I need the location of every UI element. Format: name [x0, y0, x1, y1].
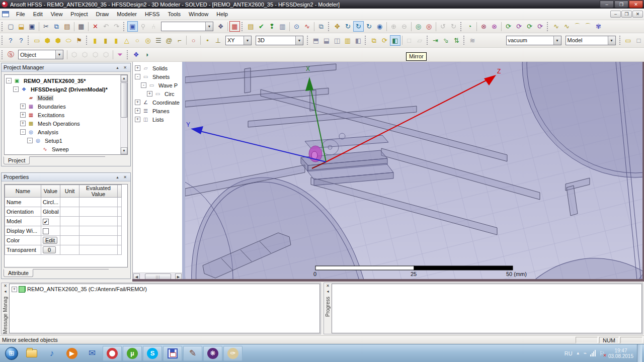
toolbar-grip[interactable] [242, 22, 244, 31]
checkbox-checked-icon[interactable]: ✔ [43, 219, 49, 225]
expand-icon[interactable]: + [20, 104, 26, 109]
boolean-blue-icon[interactable]: ❖ [131, 49, 141, 60]
child-restore-button[interactable]: ❐ [621, 11, 632, 18]
dropdown-arrow-icon[interactable]: ▼ [244, 36, 251, 45]
orient-icon[interactable]: ◉ [374, 21, 385, 32]
report-plot-icon[interactable]: ∿ [302, 21, 312, 32]
menu-window[interactable]: Window [185, 10, 212, 19]
start-button[interactable]: ⊞ [2, 346, 21, 361]
menu-edit[interactable]: Edit [29, 10, 47, 19]
open-icon[interactable]: ⬓ [16, 21, 27, 32]
explorer-icon[interactable] [22, 346, 41, 361]
total-commander-icon[interactable] [163, 346, 182, 361]
message-entry[interactable]: + REMO_ANTEX2600_35 (C:/Antenn/Fail/REMO… [12, 285, 317, 293]
tree-item-planes[interactable]: +☰Planes [135, 107, 182, 115]
utorrent-icon[interactable]: µ [123, 346, 142, 361]
opera-browser-icon[interactable] [103, 346, 122, 361]
tree-item-model[interactable]: +▰Model [6, 94, 127, 102]
material-combo[interactable]: vacuum▼ [506, 36, 561, 45]
expand-icon[interactable]: + [20, 121, 26, 126]
expand-icon[interactable]: + [12, 287, 17, 292]
toolbar-grip[interactable] [307, 36, 309, 45]
move-icon[interactable]: ⧉ [369, 35, 379, 46]
signature-app-icon[interactable]: ✎ [183, 346, 202, 361]
minimize-button[interactable]: – [600, 1, 614, 8]
tree-item-sheets[interactable]: -▭Sheets [135, 72, 182, 81]
align-icon[interactable]: ⇅ [451, 35, 462, 46]
draw-stack-icon[interactable]: ☰ [153, 35, 164, 46]
zoom-in-icon[interactable]: ⊕ [388, 21, 399, 32]
tree-item-circ[interactable]: +▭Circ [135, 89, 182, 98]
redo-icon[interactable]: ↷ [111, 21, 122, 32]
zoom-out-icon[interactable]: ⊖ [399, 21, 410, 32]
skype-icon[interactable]: S [143, 346, 162, 361]
toolbar-grip[interactable] [127, 50, 129, 59]
property-value[interactable]: Edit [41, 236, 60, 245]
expand-icon[interactable]: + [135, 117, 140, 122]
draw-ellipse-icon[interactable]: ⬭ [63, 35, 74, 46]
delete-icon[interactable]: ✕ [90, 21, 101, 32]
ansys-orb-icon[interactable]: ❋ [203, 346, 222, 361]
snap-mode-icon[interactable]: Ⓢ [6, 49, 16, 60]
expand-icon[interactable]: + [147, 91, 152, 97]
draw-box-icon[interactable]: ▮ [111, 35, 121, 46]
draw-polyline-icon[interactable]: ⚑ [74, 35, 85, 46]
menu-hfss[interactable]: HFSS [141, 10, 164, 19]
value-button[interactable]: Edit [43, 237, 57, 244]
draw-udp-icon[interactable]: ○ [188, 35, 199, 46]
help-context-icon[interactable]: ? [5, 35, 16, 46]
toolbar-grip[interactable] [365, 36, 367, 45]
duplicate-rotate-icon[interactable]: ⟳ [379, 35, 390, 46]
tree-item-solids[interactable]: +▱Solids [135, 64, 182, 72]
plane-combo[interactable]: XY▼ [225, 36, 252, 45]
language-indicator[interactable]: RU [565, 350, 573, 356]
split-icon[interactable]: ◧ [353, 35, 363, 46]
tree-item-mesh-operations[interactable]: +▩Mesh Operations [6, 119, 127, 128]
menu-help[interactable]: Help [212, 10, 232, 19]
mirror-duplicate-icon[interactable]: ◑ [141, 49, 152, 60]
select-type-combo[interactable]: Object▼ [18, 50, 63, 59]
property-value[interactable] [41, 226, 60, 236]
column-header[interactable]: Name [5, 185, 41, 198]
select-face-icon[interactable]: ⚲ [138, 21, 148, 32]
move-xy-icon[interactable]: ⬂ [441, 35, 451, 46]
expand-icon[interactable]: + [135, 65, 140, 71]
model-combo[interactable]: Model▼ [566, 36, 616, 45]
intersect-icon[interactable]: ◫ [332, 35, 342, 46]
toolbar-grip[interactable] [28, 36, 30, 45]
expand-icon[interactable]: - [13, 86, 19, 92]
tray-expand-icon[interactable]: ▲ [576, 351, 580, 355]
arc-center-icon[interactable]: ∿ [561, 21, 572, 32]
child-minimize-button[interactable]: – [610, 11, 621, 18]
close-button[interactable]: ✕ [629, 1, 643, 8]
copy-image-icon[interactable]: ⧉ [316, 21, 327, 32]
panel-collapse-icon[interactable]: ▴ [114, 174, 121, 180]
save-icon[interactable]: ▣ [27, 21, 37, 32]
draw-sphere-icon[interactable]: ○ [132, 35, 142, 46]
object-plus-icon[interactable]: □ [633, 35, 644, 46]
toolbar-grip[interactable] [463, 36, 465, 45]
edit-points-icon[interactable]: ✾ [593, 21, 604, 32]
new-object-icon[interactable]: ▭ [623, 35, 633, 46]
menu-project[interactable]: Project [66, 10, 92, 19]
dropdown-arrow-icon[interactable]: ▼ [205, 22, 213, 31]
paint-app-icon[interactable]: ✑ [223, 346, 243, 361]
scroll-up-button[interactable]: ▲ [121, 75, 127, 82]
unite-icon[interactable]: ⬒ [310, 35, 321, 46]
draw-regpoly-icon[interactable]: ⬢ [53, 35, 63, 46]
tree-item-analysis[interactable]: -◎Analysis [6, 128, 127, 136]
copy-icon[interactable]: ⧉ [51, 21, 62, 32]
properties-icon[interactable]: ▦ [229, 21, 240, 32]
expand-icon[interactable]: + [135, 100, 140, 105]
menu-file[interactable]: File [12, 10, 29, 19]
toolbar-grip[interactable] [619, 36, 621, 45]
tree-item-excitations[interactable]: +▦Excitations [6, 111, 127, 119]
show-desktop-button[interactable] [637, 344, 642, 362]
panel-close-icon[interactable]: ✕ [122, 64, 128, 70]
rotate-anim-2-icon[interactable]: ⟳ [514, 21, 524, 32]
new-icon[interactable]: ▢ [6, 21, 16, 32]
zoom-rect-icon[interactable]: ◎ [413, 21, 424, 32]
results-icon[interactable]: ▥ [277, 21, 288, 32]
draw-point-icon[interactable]: • [202, 35, 213, 46]
scroll-down-button[interactable]: ▼ [121, 147, 127, 154]
